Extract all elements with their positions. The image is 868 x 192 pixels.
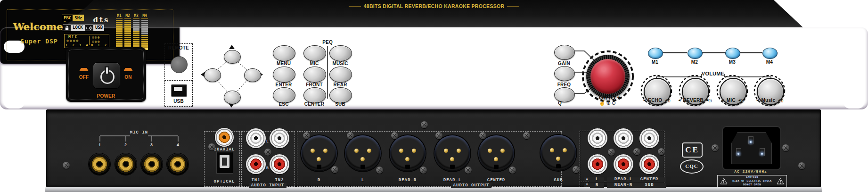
xlr-center-label: CENTER [477,178,515,183]
m3-led [725,48,740,59]
m1-led [648,48,663,59]
screw-icon [798,162,805,169]
peq-sub-button[interactable] [329,87,352,103]
audio-output-caption: AUDIO OUTPUT [438,184,504,188]
rack-hole [4,96,25,109]
rack-hole [843,41,864,53]
enter-button[interactable] [273,67,295,83]
xlr-sub-label: SUB [540,178,577,183]
peq-center-button[interactable] [303,87,326,103]
cqc-mark: CQC [680,159,704,174]
input-l-label: L [265,140,270,144]
peq-rear-button[interactable] [329,67,352,83]
ac-pin [748,136,753,144]
exclamation-warning-icon [777,178,784,184]
screw-icon [523,132,530,139]
peq-music-button[interactable] [329,45,352,61]
meter-column-m2 [124,20,131,50]
screw-icon [435,132,442,139]
speaker-high-icon: ◄)) [664,98,670,102]
mic-in-jack-4 [167,153,188,175]
usb-badge: USB [84,25,104,31]
peq-mic-button[interactable] [303,45,326,61]
peq-mic-label: MIC [301,61,328,66]
power-button[interactable] [93,62,120,89]
line-out-sub-label: SUB [633,183,666,188]
fbc-badge: FBC 5Hz [62,15,84,21]
xlr-output-rear-l [434,135,470,171]
m1-led-label: M1 [646,59,664,65]
mic-in-4-label: 4 [173,143,183,148]
ac-rating-label: AC 220V/50Hz [718,170,784,174]
screw-icon [479,132,486,139]
gfq-knob[interactable] [586,55,630,98]
caution-text: CAUTION RISK OF ELECTRIC SHOCK DONOT OPE… [729,175,775,187]
arrow-up-icon: ▲ [584,177,590,181]
freq-button[interactable] [554,66,575,81]
ac-pin [736,148,741,156]
hz-text: 5Hz [73,15,83,21]
coaxial-jack [215,128,234,147]
xlr-output-l [345,135,381,171]
power-off-label: OFF [74,75,93,80]
esc-button[interactable] [273,87,295,103]
screw-icon [347,132,354,139]
line-out-r-label: R [590,183,604,188]
screw-icon [421,121,428,128]
meter-label-m4: M4 [141,14,148,19]
m4-led-label: M4 [760,59,779,65]
line-out-l-label: L [590,177,604,182]
meter-column-m1 [116,20,123,50]
xlr-rear-l-label: REAR-L [434,178,471,183]
line-out-rear-l-rca [614,128,633,148]
volume-title: VOLUME [696,71,729,76]
m2-led [688,48,703,59]
meter-label-m2: M2 [124,14,131,19]
in1-right-rca [246,154,266,174]
peq-front-label: FRONT [301,82,328,87]
welcome-text: Welcome© [13,18,58,33]
fbc-text: FBC [62,15,73,21]
gain-label: GAIN [551,61,577,66]
line-out-rear-r-rca [614,154,633,174]
ac-pin [760,148,765,156]
dpad-down-button[interactable] [224,91,241,104]
xlr-output-rear-r [390,135,426,171]
dpad-right-button[interactable] [244,68,261,82]
hand-icon: ☝ [599,100,606,106]
in2-label: IN2 [265,178,294,183]
xlr-rear-r-label: REAR-R [389,178,426,183]
screw-icon [420,167,427,174]
mic-knob-label: ◄ MIC ◄)) [711,98,753,103]
d-row-labels: D 1 2 [91,43,108,47]
peq-title: PEQ [318,40,337,45]
line-out-l-rca [588,128,607,148]
gain-button[interactable] [554,45,575,60]
peq-sub-label: SUB [327,101,353,107]
mic-in-2-label: 2 [121,143,131,148]
karaoke-processor-product-image: OFF ON POWER REMOTE USB MENU ENTER ESC P… [0,0,868,192]
remote-sensor [171,56,188,73]
gfq-knob-cap [590,59,625,94]
line-out-center-rca [639,128,659,148]
mic-in-jack-3 [141,153,163,175]
optical-port [216,152,233,174]
dpad-left-button[interactable] [204,68,221,82]
xlr-output-sub [540,135,576,171]
dpad-up-button[interactable] [224,50,241,64]
xlr-output-r [301,135,337,171]
lock-text: LOCK [71,25,84,31]
usb-section: USB [164,80,193,107]
peq-music-label: MUSIC [327,61,353,66]
in2-right-rca [270,154,289,174]
xlr-l-label: L [344,178,382,183]
xlr-r-label: R [300,178,338,183]
usb-port[interactable] [171,84,187,97]
peq-rear-label: REAR [327,82,353,87]
peq-front-button[interactable] [303,67,326,83]
speaker-high-icon: ◄)) [777,98,783,102]
menu-button[interactable] [273,45,295,61]
zoom-in-icon: ⊕ [606,100,612,106]
optical-label: OPTICAL [205,180,243,184]
super-dsp-text: Super DSP [11,38,67,45]
